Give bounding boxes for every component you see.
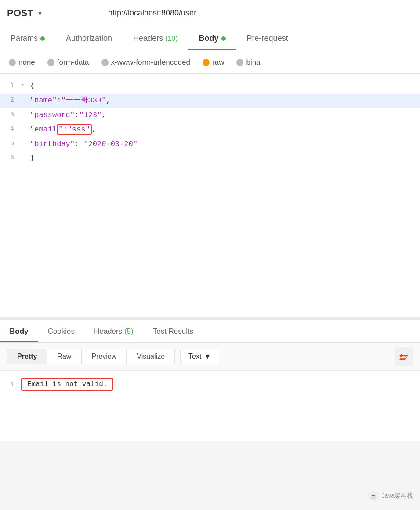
body-type-urlencoded[interactable]: x-www-form-urlencoded [101, 58, 190, 67]
response-format-row: Pretty Raw Preview Visualize Text ▼ [0, 343, 420, 371]
line-num-1: 1 [0, 80, 21, 91]
code-line-5: 5 "birthday": "2020-03-20" [0, 137, 420, 152]
url-bar: POST ▼ [0, 0, 420, 26]
radio-none [9, 59, 16, 66]
code-content-5: "birthday": "2020-03-20" [30, 138, 420, 151]
radio-urlencoded [101, 59, 109, 66]
code-content-2: "name":"一一哥333", [30, 95, 420, 107]
line-num-3: 3 [0, 109, 21, 120]
fmt-pretty[interactable]: Pretty [7, 349, 47, 364]
email-highlight: ":"sss" [57, 124, 91, 135]
response-tabs: Body Cookies Headers (5) Test Results [0, 320, 420, 343]
watermark-icon: ☕ [368, 491, 379, 501]
tab-params[interactable]: Params [0, 27, 55, 50]
resp-tab-cookies[interactable]: Cookies [38, 321, 84, 342]
email-error-message: Email is not valid. [21, 378, 113, 391]
code-content-1: { [30, 80, 420, 93]
resp-tab-headers[interactable]: Headers (5) [84, 321, 143, 342]
code-line-1: 1 ▾ { [0, 79, 420, 94]
code-line-4: 4 "email":"sss", [0, 123, 420, 137]
radio-raw [203, 59, 210, 66]
fmt-raw[interactable]: Raw [47, 349, 81, 364]
line-num-2: 2 [0, 95, 21, 106]
code-content-3: "password":"123", [30, 109, 420, 122]
line-toggle-1[interactable]: ▾ [21, 80, 30, 90]
resp-tab-body[interactable]: Body [0, 321, 38, 342]
code-content-6: } [30, 152, 420, 165]
body-dot [221, 36, 226, 41]
line-num-5: 5 [0, 138, 21, 149]
response-content: 1 Email is not valid. [0, 371, 420, 441]
url-input[interactable] [101, 5, 420, 21]
wrap-icon-button[interactable] [395, 347, 413, 366]
method-selector[interactable]: POST ▼ [0, 4, 101, 22]
body-type-row: none form-data x-www-form-urlencoded raw… [0, 51, 420, 74]
request-tabs: Params Authorization Headers (10) Body P… [0, 26, 420, 51]
code-editor[interactable]: 1 ▾ { 2 "name":"一一哥333", 3 "password":"1… [0, 74, 420, 320]
code-line-3: 3 "password":"123", [0, 108, 420, 123]
resp-line-1: 1 Email is not valid. [0, 376, 420, 393]
http-method-label: POST [7, 7, 33, 19]
response-format-right [389, 347, 413, 366]
resp-tab-test-results[interactable]: Test Results [143, 321, 203, 342]
word-wrap-icon [399, 352, 409, 361]
body-type-binary[interactable]: bina [236, 58, 260, 67]
code-line-6: 6 } [0, 151, 420, 166]
tab-headers[interactable]: Headers (10) [123, 27, 188, 50]
method-dropdown-arrow: ▼ [37, 10, 43, 17]
params-dot [40, 36, 45, 41]
code-line-2: 2 "name":"一一哥333", [0, 94, 420, 108]
watermark: ☕ Java架构栈 [368, 491, 413, 501]
radio-form-data [47, 59, 54, 66]
fmt-visualize[interactable]: Visualize [127, 349, 175, 364]
line-num-4: 4 [0, 124, 21, 135]
body-type-form-data[interactable]: form-data [47, 58, 89, 67]
tab-body[interactable]: Body [188, 27, 236, 50]
line-num-6: 6 [0, 152, 21, 164]
fmt-preview[interactable]: Preview [81, 349, 127, 364]
resp-line-num-1: 1 [0, 381, 21, 388]
tab-authorization[interactable]: Authorization [55, 27, 123, 50]
format-button-group: Pretty Raw Preview Visualize [7, 349, 175, 364]
body-type-none[interactable]: none [9, 58, 35, 67]
text-dropdown[interactable]: Text ▼ [180, 349, 219, 364]
body-type-raw[interactable]: raw [203, 58, 224, 67]
radio-binary [236, 59, 243, 66]
tab-prerequest[interactable]: Pre-request [236, 27, 299, 50]
code-content-4: "email":"sss", [30, 124, 420, 136]
